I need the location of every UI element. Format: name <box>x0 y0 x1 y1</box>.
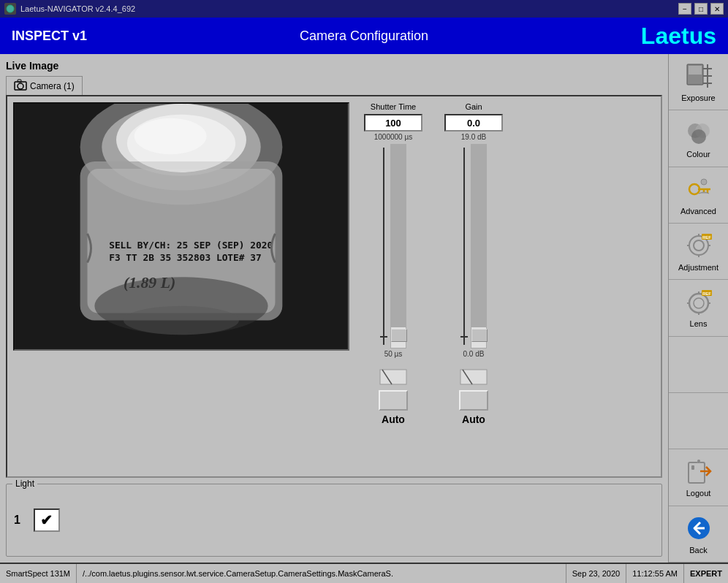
svg-point-43 <box>689 294 708 313</box>
light-checkbox[interactable]: ✔ <box>34 508 60 532</box>
logout-label: Logout <box>686 489 711 498</box>
svg-point-34 <box>701 179 707 185</box>
status-time: 11:12:55 AM <box>626 564 684 583</box>
svg-point-15 <box>134 118 207 154</box>
title-bar-left: Laetus-NAVIGATOR v2.4.4_692 <box>4 3 135 15</box>
svg-point-2 <box>18 83 23 89</box>
advanced-label: Advanced <box>680 207 716 216</box>
svg-point-0 <box>7 5 14 12</box>
status-path: /../com.laetus.plugins.sensor.lwt.servic… <box>77 564 566 583</box>
svg-text:SELL BY/CH: 25 SEP (SEP) 2020: SELL BY/CH: 25 SEP (SEP) 2020 <box>109 240 273 251</box>
laetus-logo: Laetus <box>641 23 716 50</box>
lens-icon: REF <box>684 287 713 316</box>
light-section: Light 1 ✔ <box>6 484 662 557</box>
camera-config-title: Camera Configuration <box>300 28 428 44</box>
lens-button[interactable]: REF Lens <box>669 280 728 336</box>
svg-point-36 <box>694 240 704 251</box>
status-smartspect: SmartSpect 131M <box>0 564 77 583</box>
back-label: Back <box>689 546 707 555</box>
exposure-button[interactable]: Exposure <box>669 54 728 110</box>
live-image-title: Live Image <box>6 60 662 72</box>
adjustment-button[interactable]: REF Adjustment <box>669 224 728 280</box>
svg-text:F3 TT 2B 35 352803 LOTE# 37: F3 TT 2B 35 352803 LOTE# 37 <box>109 252 262 263</box>
camera-image: SELL BY/CH: 25 SEP (SEP) 2020 F3 TT 2B 3… <box>13 102 349 351</box>
camera-tab-icon <box>14 79 27 93</box>
svg-rect-51 <box>689 462 705 483</box>
shutter-slider[interactable] <box>390 144 406 348</box>
maximize-button[interactable]: □ <box>694 3 708 15</box>
content-area: SELL BY/CH: 25 SEP (SEP) 2020 F3 TT 2B 3… <box>6 95 662 478</box>
svg-rect-52 <box>691 465 694 470</box>
title-bar: Laetus-NAVIGATOR v2.4.4_692 − □ ✕ <box>0 0 728 18</box>
exposure-icon <box>684 61 713 91</box>
adjustment-label: Adjustment <box>678 263 718 272</box>
svg-point-44 <box>694 298 704 308</box>
sidebar-spacer-2 <box>669 393 728 449</box>
gain-max-label: 19.0 dB <box>461 133 486 141</box>
svg-text:REF: REF <box>702 235 711 240</box>
back-button[interactable]: Back <box>669 506 728 563</box>
lens-label: Lens <box>690 319 708 328</box>
right-sidebar: Exposure Colour <box>668 54 728 563</box>
colour-icon <box>684 118 713 147</box>
svg-rect-3 <box>18 80 21 82</box>
shutter-time-group: Shutter Time 100 1000000 µs <box>357 102 430 470</box>
title-bar-text: Laetus-NAVIGATOR v2.4.4_692 <box>20 4 135 13</box>
gain-slider[interactable] <box>471 144 487 348</box>
logout-button[interactable]: Logout <box>669 449 728 506</box>
shutter-min-label: 50 µs <box>384 350 403 358</box>
sidebar-spacer-1 <box>669 337 728 393</box>
shutter-time-label: Shutter Time <box>371 102 416 111</box>
status-mode: EXPERT <box>684 564 728 583</box>
gain-label: Gain <box>465 102 482 111</box>
shutter-max-label: 1000000 µs <box>374 133 412 141</box>
colour-button[interactable]: Colour <box>669 110 728 167</box>
title-bar-controls: − □ ✕ <box>678 3 724 15</box>
gain-input[interactable]: 0.0 <box>444 114 503 132</box>
svg-text:(1.89 L): (1.89 L) <box>124 274 175 292</box>
shutter-time-input[interactable]: 100 <box>364 114 422 132</box>
status-date: Sep 23, 2020 <box>566 564 626 583</box>
light-legend: Light <box>12 479 37 489</box>
close-button[interactable]: ✕ <box>710 3 724 15</box>
header-bar: INSPECT v1 Camera Configuration Laetus <box>0 18 728 54</box>
shutter-auto-btn[interactable] <box>379 390 408 411</box>
back-icon <box>684 514 713 543</box>
light-number: 1 <box>14 514 20 527</box>
inspect-label: INSPECT v1 <box>12 28 87 44</box>
gain-group: Gain 0.0 19.0 dB <box>437 102 510 470</box>
gain-auto-btn[interactable] <box>459 390 488 411</box>
exposure-label: Exposure <box>681 94 715 102</box>
svg-point-29 <box>691 129 706 144</box>
status-bar: SmartSpect 131M /../com.laetus.plugins.s… <box>0 563 728 583</box>
logout-icon <box>684 457 713 486</box>
adjustment-icon: REF <box>684 231 713 260</box>
gain-min-label: 0.0 dB <box>463 350 485 358</box>
svg-point-16 <box>124 306 239 335</box>
sliders-area: Shutter Time 100 1000000 µs <box>357 102 655 470</box>
camera-tab-label: Camera (1) <box>30 81 75 91</box>
advanced-button[interactable]: Advanced <box>669 167 728 224</box>
left-panel: Live Image Camera (1) <box>0 54 668 563</box>
minimize-button[interactable]: − <box>678 3 691 15</box>
app-icon <box>4 3 16 15</box>
svg-point-30 <box>689 184 699 194</box>
advanced-icon <box>684 175 713 204</box>
camera-tab-container: Camera (1) <box>6 76 662 95</box>
colour-label: Colour <box>686 150 710 159</box>
svg-rect-22 <box>689 66 702 75</box>
main-layout: Live Image Camera (1) <box>0 54 728 563</box>
shutter-auto-label: Auto <box>382 414 405 425</box>
camera-tab[interactable]: Camera (1) <box>6 76 83 95</box>
svg-point-54 <box>697 460 700 462</box>
gain-auto-label: Auto <box>462 414 485 425</box>
svg-text:REF: REF <box>702 292 711 296</box>
